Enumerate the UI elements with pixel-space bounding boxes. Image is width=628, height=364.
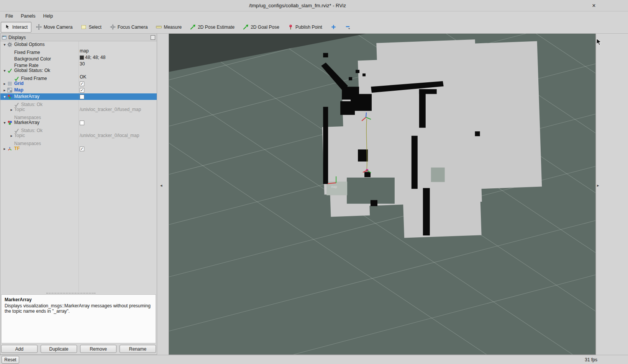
tree-row-tf[interactable]: ▸TF✓: [0, 145, 157, 152]
menu-panels[interactable]: Panels: [17, 11, 39, 21]
display-enabled-checkbox[interactable]: ✓: [80, 82, 84, 86]
focus-camera-icon: [110, 24, 116, 30]
tool-interact[interactable]: Interact: [1, 22, 31, 33]
row-value: ✓: [80, 145, 84, 152]
menu-file[interactable]: File: [2, 11, 17, 21]
row-label: MarkerArray: [14, 119, 39, 126]
tree-row-fixed-frame[interactable]: Fixed FrameOK: [0, 74, 157, 80]
expand-arrow-icon[interactable]: ▸: [2, 87, 7, 93]
check-ok-icon: [7, 68, 14, 73]
display-enabled-checkbox[interactable]: [80, 121, 84, 125]
tool-label: Select: [89, 24, 101, 30]
tool-2d-pose-estimate[interactable]: 2D Pose Estimate: [186, 22, 238, 33]
row-value: /univloc_tracker_0/fused_map: [80, 106, 141, 113]
panel-collapse-right-icon[interactable]: ▸: [597, 183, 599, 188]
row-value-text: 30: [80, 61, 85, 67]
row-value: ✓: [80, 87, 84, 93]
tree-row-namespaces[interactable]: Namespaces: [0, 139, 157, 145]
tree-row-global-options[interactable]: ▾Global Options: [0, 41, 157, 48]
displays-tree: ▾Global OptionsFixed FramemapBackground …: [0, 41, 157, 292]
tool-remove-tool[interactable]: [341, 22, 354, 33]
tool-label: Measure: [164, 24, 182, 30]
tree-row-fixed-frame[interactable]: Fixed Framemap: [0, 48, 157, 54]
close-window-icon[interactable]: ×: [590, 2, 598, 10]
color-swatch: [80, 55, 84, 60]
rename-display-button[interactable]: Rename: [120, 345, 156, 353]
collapse-arrow-icon[interactable]: ▾: [2, 93, 7, 100]
collapse-arrow-icon[interactable]: ▾: [2, 41, 7, 48]
tree-row-background-color[interactable]: Background Color48; 48; 48: [0, 54, 157, 61]
status-bar: Reset 31 fps: [0, 355, 628, 364]
panel-float-button[interactable]: [151, 35, 155, 40]
tool-move-camera[interactable]: Move Camera: [32, 22, 76, 33]
row-value: /univloc_tracker_0/local_map: [80, 132, 139, 139]
display-enabled-checkbox[interactable]: ✓: [80, 147, 84, 151]
pose-estimate-arrow-icon: [190, 24, 196, 30]
row-value: ✓: [80, 80, 84, 87]
tree-row-topic[interactable]: ▸Topic/univloc_tracker_0/local_map: [0, 132, 157, 139]
tool-add-tool[interactable]: [327, 22, 340, 33]
right-dock-area: ▸: [596, 34, 628, 355]
description-body: Displays visualization_msgs::MarkerArray…: [5, 303, 152, 314]
tool-publish-point[interactable]: Publish Point: [284, 22, 326, 33]
tree-row-grid[interactable]: ▸Grid✓: [0, 80, 157, 87]
display-description: MarkerArray Displays visualization_msgs:…: [1, 294, 156, 343]
panel-collapse-left-icon[interactable]: ◂: [160, 183, 162, 188]
add-display-button[interactable]: Add: [1, 345, 38, 353]
viewport-3d[interactable]: map: [169, 34, 596, 355]
measure-ruler-icon: [156, 24, 162, 30]
expand-arrow-icon[interactable]: ▸: [2, 145, 7, 152]
fps-counter: 31 fps: [585, 357, 597, 362]
row-value-text: /univloc_tracker_0/local_map: [80, 132, 139, 139]
menu-bar: FilePanelsHelp: [0, 11, 628, 21]
row-value: 48; 48; 48: [80, 54, 105, 61]
tool-label: 2D Goal Pose: [251, 24, 279, 30]
tree-row-markerarray[interactable]: ▾MarkerArray: [0, 119, 157, 126]
toolbar: InteractMove CameraSelectFocus CameraMea…: [0, 21, 628, 34]
tool-2d-goal-pose[interactable]: 2D Goal Pose: [239, 22, 283, 33]
remove-display-button[interactable]: Remove: [80, 345, 116, 353]
select-box-icon: [81, 24, 87, 30]
tree-row-topic[interactable]: ▸Topic/univloc_tracker_0/fused_map: [0, 106, 157, 113]
map-frame-label: map: [331, 185, 337, 189]
menu-help[interactable]: Help: [39, 11, 57, 21]
remove-tool-icon: [345, 24, 351, 30]
tree-row-frame-rate[interactable]: Frame Rate30: [0, 61, 157, 67]
tree-row-status-ok[interactable]: Status: Ok: [0, 126, 157, 132]
row-value: 30: [80, 61, 85, 67]
main-area: Displays ▾Global OptionsFixed FramemapBa…: [0, 34, 628, 355]
tree-row-map[interactable]: ▸Map✓: [0, 87, 157, 93]
tf-icon: [7, 146, 14, 151]
tree-row-namespaces[interactable]: Namespaces: [0, 113, 157, 119]
collapse-arrow-icon[interactable]: ▾: [2, 67, 7, 74]
row-label: Map: [14, 87, 23, 93]
row-value: [80, 93, 84, 100]
tree-row-status-ok[interactable]: Status: Ok: [0, 100, 157, 106]
display-enabled-checkbox[interactable]: [80, 95, 84, 99]
expand-arrow-icon[interactable]: ▸: [9, 106, 14, 113]
reset-button[interactable]: Reset: [2, 356, 19, 364]
display-actions: Add Duplicate Remove Rename: [0, 343, 157, 354]
collapse-arrow-icon[interactable]: ▾: [2, 119, 7, 126]
row-value-text: map: [80, 48, 89, 54]
rviz-window: /tmp/ug_configs/collab_slam_fm.rviz* - R…: [0, 0, 628, 364]
expand-arrow-icon[interactable]: ▸: [9, 132, 14, 139]
goal-pose-arrow-icon: [243, 24, 249, 30]
row-value: OK: [80, 74, 86, 80]
panel-splitter-handle[interactable]: [0, 292, 157, 294]
tree-row-markerarray[interactable]: ▾MarkerArray: [0, 93, 157, 100]
duplicate-display-button[interactable]: Duplicate: [41, 345, 77, 353]
row-value-text: 48; 48; 48: [85, 54, 105, 61]
row-value: map: [80, 48, 89, 54]
tool-focus-camera[interactable]: Focus Camera: [106, 22, 152, 33]
tool-label: 2D Pose Estimate: [198, 24, 234, 30]
tree-row-global-status-ok[interactable]: ▾Global Status: Ok: [0, 67, 157, 74]
expand-arrow-icon[interactable]: ▸: [2, 80, 7, 87]
displays-panel-header[interactable]: Displays: [0, 34, 157, 41]
title-bar: /tmp/ug_configs/collab_slam_fm.rviz* - R…: [0, 0, 628, 11]
description-title: MarkerArray: [5, 297, 152, 302]
row-label: Global Status: Ok: [14, 67, 50, 74]
tool-select[interactable]: Select: [77, 22, 105, 33]
display-enabled-checkbox[interactable]: ✓: [80, 88, 84, 93]
tool-measure[interactable]: Measure: [152, 22, 185, 33]
